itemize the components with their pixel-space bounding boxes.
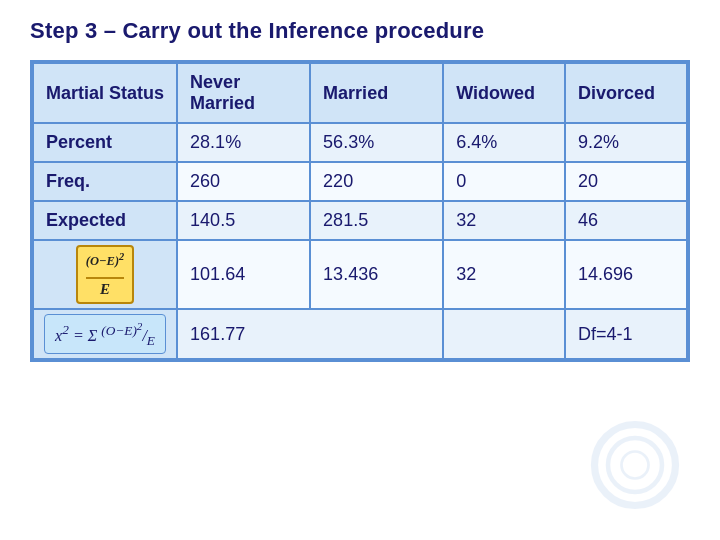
header-martial-status: Martial Status	[33, 63, 177, 123]
val-df: Df=4-1	[565, 309, 687, 359]
svg-point-2	[622, 452, 649, 479]
label-percent: Percent	[33, 123, 177, 162]
val-chi-divorced: 14.696	[565, 240, 687, 309]
svg-point-0	[595, 425, 676, 506]
val-expected-widowed: 32	[443, 201, 565, 240]
val-percent-widowed: 6.4%	[443, 123, 565, 162]
val-chi-married: 13.436	[310, 240, 443, 309]
oe-formula: (O−E)2 E	[76, 245, 134, 304]
table-wrapper: Martial Status Never Married Married Wid…	[30, 60, 690, 362]
val-percent-married: 56.3%	[310, 123, 443, 162]
val-freq-never: 260	[177, 162, 310, 201]
val-chi-never: 101.64	[177, 240, 310, 309]
val-total-chi: 161.77	[177, 309, 443, 359]
header-married: Married	[310, 63, 443, 123]
svg-point-1	[608, 438, 662, 492]
page-container: Step 3 – Carry out the Inference procedu…	[0, 0, 720, 540]
val-expected-married: 281.5	[310, 201, 443, 240]
header-never-married: Never Married	[177, 63, 310, 123]
chi-component-row: (O−E)2 E 101.64 13.436 32 14.696	[33, 240, 687, 309]
header-widowed: Widowed	[443, 63, 565, 123]
header-row-1: Martial Status Never Married Married Wid…	[33, 63, 687, 123]
summary-row: x2 = Σ (O−E)2/E 161.77 Df=4-1	[33, 309, 687, 359]
val-chi-widowed: 32	[443, 240, 565, 309]
label-freq: Freq.	[33, 162, 177, 201]
formula-cell: (O−E)2 E	[33, 240, 177, 309]
header-divorced: Divorced	[565, 63, 687, 123]
percent-row: Percent 28.1% 56.3% 6.4% 9.2%	[33, 123, 687, 162]
expected-row: Expected 140.5 281.5 32 46	[33, 201, 687, 240]
val-percent-divorced: 9.2%	[565, 123, 687, 162]
watermark-decoration	[590, 420, 680, 510]
val-freq-widowed: 0	[443, 162, 565, 201]
val-freq-married: 220	[310, 162, 443, 201]
val-percent-never: 28.1%	[177, 123, 310, 162]
val-expected-divorced: 46	[565, 201, 687, 240]
label-expected: Expected	[33, 201, 177, 240]
chi-formula-cell: x2 = Σ (O−E)2/E	[33, 309, 177, 359]
val-freq-divorced: 20	[565, 162, 687, 201]
freq-row: Freq. 260 220 0 20	[33, 162, 687, 201]
chi-sq-formula: x2 = Σ (O−E)2/E	[44, 314, 166, 354]
page-title: Step 3 – Carry out the Inference procedu…	[30, 18, 690, 44]
inference-table: Martial Status Never Married Married Wid…	[32, 62, 688, 360]
val-summary-blank	[443, 309, 565, 359]
val-expected-never: 140.5	[177, 201, 310, 240]
